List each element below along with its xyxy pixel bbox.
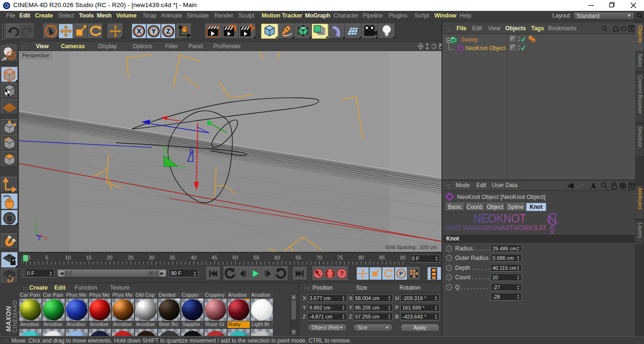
svg-text:X: X [137,27,142,35]
svg-text:S: S [7,215,12,223]
svg-text:Z: Z [38,236,41,241]
svg-text:?: ? [340,270,344,277]
svg-text:Y: Y [152,27,156,35]
svg-text:Y: Y [34,218,38,223]
svg-text:Z: Z [166,27,170,35]
svg-text:X: X [44,235,48,241]
svg-text:P: P [399,271,403,276]
